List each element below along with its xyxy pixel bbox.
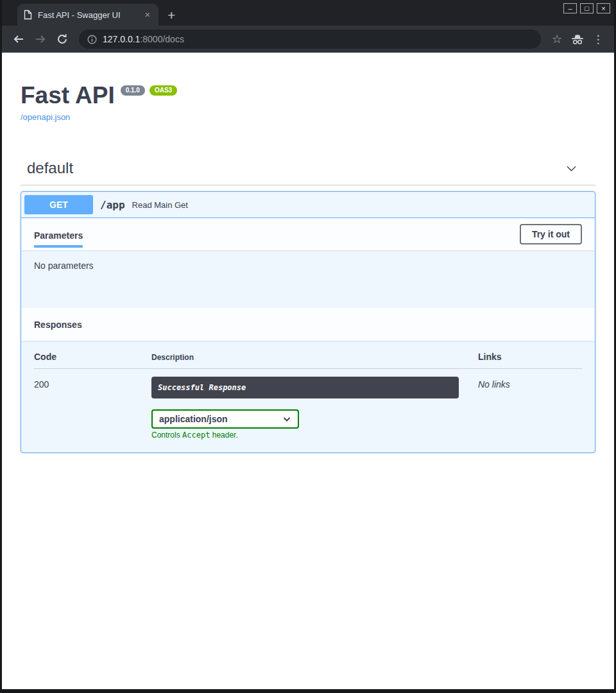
api-title-row: Fast API 0.1.0 OAS3 <box>21 83 595 107</box>
tag-section-header[interactable]: default <box>21 155 595 185</box>
browser-menu-icon[interactable]: ⋮ <box>590 31 606 47</box>
response-code: 200 <box>34 377 151 389</box>
column-code: Code <box>34 352 151 362</box>
new-tab-button[interactable]: + <box>167 8 175 22</box>
bookmark-star-icon[interactable]: ☆ <box>549 31 565 47</box>
media-type-select[interactable]: application/json <box>151 409 299 429</box>
hint-prefix: Controls <box>151 431 182 440</box>
tab-close-icon[interactable]: × <box>142 9 153 21</box>
parameters-body: No parameters <box>21 250 595 308</box>
tag-name: default <box>27 159 73 177</box>
operation-path: /app <box>100 199 125 211</box>
operation-summary[interactable]: GET /app Read Main Get <box>21 192 595 218</box>
no-parameters-message: No parameters <box>34 261 94 271</box>
version-badge: 0.1.0 <box>121 85 145 96</box>
hint-accept-code: Accept <box>182 431 210 440</box>
window-controls: – □ × <box>563 3 610 13</box>
page-favicon-icon <box>23 10 33 20</box>
oas3-badge: OAS3 <box>150 85 177 96</box>
url-host: 127.0.0.1 <box>103 34 140 44</box>
minimize-button[interactable]: – <box>563 3 577 13</box>
media-type-value: application/json <box>159 414 228 424</box>
tab-title: Fast API - Swagger UI <box>38 10 137 20</box>
column-description: Description <box>151 353 478 362</box>
browser-window: Fast API - Swagger UI × + – □ × <box>0 0 616 693</box>
responses-table-header: Code Description Links <box>34 352 582 369</box>
http-method-button[interactable]: GET <box>24 195 93 214</box>
accept-header-hint: Controls Accept header. <box>151 431 478 440</box>
page-title: Fast API <box>21 83 115 107</box>
response-description-box: Successful Response <box>151 377 459 398</box>
openapi-spec-link[interactable]: /openapi.json <box>21 112 70 122</box>
incognito-icon <box>569 31 586 47</box>
site-info-icon[interactable] <box>87 35 97 44</box>
try-it-out-button[interactable]: Try it out <box>520 224 582 244</box>
browser-tab[interactable]: Fast API - Swagger UI × <box>17 4 158 26</box>
maximize-button[interactable]: □ <box>580 3 594 13</box>
close-button[interactable]: × <box>597 3 610 13</box>
parameters-tab: Parameters <box>34 221 83 248</box>
browser-toolbar: 127.0.0.1:8000/docs ☆ ⋮ <box>2 26 614 53</box>
page-content: Fast API 0.1.0 OAS3 /openapi.json defaul… <box>2 53 614 689</box>
column-links: Links <box>478 352 582 362</box>
tab-bar: Fast API - Swagger UI × + – □ × <box>2 0 614 26</box>
response-row: 200 Successful Response application/json <box>34 369 582 440</box>
url-bar[interactable]: 127.0.0.1:8000/docs <box>79 30 541 49</box>
responses-header: Responses <box>21 308 595 341</box>
reload-button[interactable] <box>53 30 71 48</box>
responses-body: Code Description Links 200 Successful Re… <box>21 341 595 452</box>
operation-description: Read Main Get <box>132 200 188 210</box>
response-links: No links <box>478 377 582 389</box>
hint-suffix: header. <box>210 431 237 440</box>
operation-block: GET /app Read Main Get Parameters Try it… <box>21 191 595 453</box>
select-chevron-down-icon <box>282 415 291 424</box>
back-button[interactable] <box>10 30 28 48</box>
url-text: 127.0.0.1:8000/docs <box>103 34 184 44</box>
chevron-down-icon[interactable] <box>565 162 578 175</box>
forward-button[interactable] <box>31 30 49 48</box>
url-path: :8000/docs <box>140 34 184 44</box>
api-info: Fast API 0.1.0 OAS3 /openapi.json <box>21 83 595 123</box>
parameters-header: Parameters Try it out <box>21 218 595 250</box>
responses-title: Responses <box>34 320 82 330</box>
